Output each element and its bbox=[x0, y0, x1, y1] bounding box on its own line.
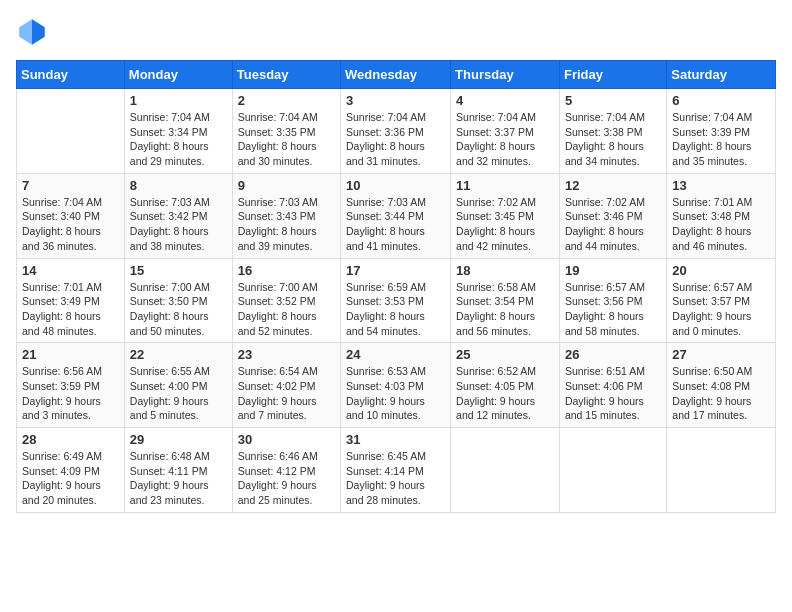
day-info: Sunrise: 6:55 AMSunset: 4:00 PMDaylight:… bbox=[130, 364, 227, 423]
day-info: Sunrise: 7:04 AMSunset: 3:40 PMDaylight:… bbox=[22, 195, 119, 254]
day-number: 26 bbox=[565, 347, 661, 362]
day-number: 17 bbox=[346, 263, 445, 278]
logo bbox=[16, 16, 52, 48]
day-info: Sunrise: 7:04 AMSunset: 3:37 PMDaylight:… bbox=[456, 110, 554, 169]
svg-marker-1 bbox=[19, 19, 32, 45]
calendar-cell: 29Sunrise: 6:48 AMSunset: 4:11 PMDayligh… bbox=[124, 428, 232, 513]
calendar-cell: 27Sunrise: 6:50 AMSunset: 4:08 PMDayligh… bbox=[667, 343, 776, 428]
weekday-header: Monday bbox=[124, 61, 232, 89]
calendar-week-row: 21Sunrise: 6:56 AMSunset: 3:59 PMDayligh… bbox=[17, 343, 776, 428]
day-number: 28 bbox=[22, 432, 119, 447]
day-number: 21 bbox=[22, 347, 119, 362]
day-number: 12 bbox=[565, 178, 661, 193]
calendar-cell: 25Sunrise: 6:52 AMSunset: 4:05 PMDayligh… bbox=[451, 343, 560, 428]
day-info: Sunrise: 7:04 AMSunset: 3:34 PMDaylight:… bbox=[130, 110, 227, 169]
calendar-cell: 8Sunrise: 7:03 AMSunset: 3:42 PMDaylight… bbox=[124, 173, 232, 258]
calendar-week-row: 14Sunrise: 7:01 AMSunset: 3:49 PMDayligh… bbox=[17, 258, 776, 343]
day-number: 23 bbox=[238, 347, 335, 362]
day-number: 31 bbox=[346, 432, 445, 447]
day-number: 29 bbox=[130, 432, 227, 447]
weekday-header: Wednesday bbox=[341, 61, 451, 89]
day-info: Sunrise: 6:51 AMSunset: 4:06 PMDaylight:… bbox=[565, 364, 661, 423]
calendar-cell: 30Sunrise: 6:46 AMSunset: 4:12 PMDayligh… bbox=[232, 428, 340, 513]
weekday-header: Thursday bbox=[451, 61, 560, 89]
calendar-week-row: 1Sunrise: 7:04 AMSunset: 3:34 PMDaylight… bbox=[17, 89, 776, 174]
day-info: Sunrise: 6:57 AMSunset: 3:57 PMDaylight:… bbox=[672, 280, 770, 339]
weekday-header: Tuesday bbox=[232, 61, 340, 89]
day-number: 14 bbox=[22, 263, 119, 278]
day-info: Sunrise: 7:03 AMSunset: 3:44 PMDaylight:… bbox=[346, 195, 445, 254]
day-info: Sunrise: 6:49 AMSunset: 4:09 PMDaylight:… bbox=[22, 449, 119, 508]
calendar-cell: 17Sunrise: 6:59 AMSunset: 3:53 PMDayligh… bbox=[341, 258, 451, 343]
calendar-cell bbox=[559, 428, 666, 513]
day-number: 5 bbox=[565, 93, 661, 108]
day-info: Sunrise: 6:52 AMSunset: 4:05 PMDaylight:… bbox=[456, 364, 554, 423]
day-info: Sunrise: 6:56 AMSunset: 3:59 PMDaylight:… bbox=[22, 364, 119, 423]
day-info: Sunrise: 7:00 AMSunset: 3:52 PMDaylight:… bbox=[238, 280, 335, 339]
calendar-header-row: SundayMondayTuesdayWednesdayThursdayFrid… bbox=[17, 61, 776, 89]
day-number: 3 bbox=[346, 93, 445, 108]
day-info: Sunrise: 6:50 AMSunset: 4:08 PMDaylight:… bbox=[672, 364, 770, 423]
day-info: Sunrise: 6:48 AMSunset: 4:11 PMDaylight:… bbox=[130, 449, 227, 508]
logo-icon bbox=[16, 16, 48, 48]
calendar-cell bbox=[667, 428, 776, 513]
day-number: 6 bbox=[672, 93, 770, 108]
day-number: 20 bbox=[672, 263, 770, 278]
weekday-header: Saturday bbox=[667, 61, 776, 89]
day-number: 9 bbox=[238, 178, 335, 193]
calendar-week-row: 28Sunrise: 6:49 AMSunset: 4:09 PMDayligh… bbox=[17, 428, 776, 513]
calendar-cell: 20Sunrise: 6:57 AMSunset: 3:57 PMDayligh… bbox=[667, 258, 776, 343]
calendar-cell: 10Sunrise: 7:03 AMSunset: 3:44 PMDayligh… bbox=[341, 173, 451, 258]
day-info: Sunrise: 7:01 AMSunset: 3:49 PMDaylight:… bbox=[22, 280, 119, 339]
day-number: 13 bbox=[672, 178, 770, 193]
calendar-cell: 28Sunrise: 6:49 AMSunset: 4:09 PMDayligh… bbox=[17, 428, 125, 513]
page-header bbox=[16, 16, 776, 48]
calendar-cell: 18Sunrise: 6:58 AMSunset: 3:54 PMDayligh… bbox=[451, 258, 560, 343]
day-number: 15 bbox=[130, 263, 227, 278]
day-info: Sunrise: 6:58 AMSunset: 3:54 PMDaylight:… bbox=[456, 280, 554, 339]
calendar-cell: 24Sunrise: 6:53 AMSunset: 4:03 PMDayligh… bbox=[341, 343, 451, 428]
calendar-cell bbox=[451, 428, 560, 513]
day-number: 1 bbox=[130, 93, 227, 108]
day-info: Sunrise: 6:57 AMSunset: 3:56 PMDaylight:… bbox=[565, 280, 661, 339]
calendar-cell: 11Sunrise: 7:02 AMSunset: 3:45 PMDayligh… bbox=[451, 173, 560, 258]
day-info: Sunrise: 6:46 AMSunset: 4:12 PMDaylight:… bbox=[238, 449, 335, 508]
day-info: Sunrise: 7:02 AMSunset: 3:46 PMDaylight:… bbox=[565, 195, 661, 254]
day-number: 18 bbox=[456, 263, 554, 278]
calendar-cell: 15Sunrise: 7:00 AMSunset: 3:50 PMDayligh… bbox=[124, 258, 232, 343]
calendar-cell: 22Sunrise: 6:55 AMSunset: 4:00 PMDayligh… bbox=[124, 343, 232, 428]
calendar-cell: 16Sunrise: 7:00 AMSunset: 3:52 PMDayligh… bbox=[232, 258, 340, 343]
day-number: 22 bbox=[130, 347, 227, 362]
weekday-header: Sunday bbox=[17, 61, 125, 89]
day-info: Sunrise: 7:04 AMSunset: 3:35 PMDaylight:… bbox=[238, 110, 335, 169]
day-number: 24 bbox=[346, 347, 445, 362]
day-number: 16 bbox=[238, 263, 335, 278]
calendar-cell: 21Sunrise: 6:56 AMSunset: 3:59 PMDayligh… bbox=[17, 343, 125, 428]
calendar-cell: 23Sunrise: 6:54 AMSunset: 4:02 PMDayligh… bbox=[232, 343, 340, 428]
calendar-cell: 6Sunrise: 7:04 AMSunset: 3:39 PMDaylight… bbox=[667, 89, 776, 174]
day-info: Sunrise: 7:04 AMSunset: 3:39 PMDaylight:… bbox=[672, 110, 770, 169]
day-info: Sunrise: 7:01 AMSunset: 3:48 PMDaylight:… bbox=[672, 195, 770, 254]
calendar-cell: 3Sunrise: 7:04 AMSunset: 3:36 PMDaylight… bbox=[341, 89, 451, 174]
day-info: Sunrise: 7:03 AMSunset: 3:43 PMDaylight:… bbox=[238, 195, 335, 254]
day-info: Sunrise: 7:04 AMSunset: 3:36 PMDaylight:… bbox=[346, 110, 445, 169]
day-number: 8 bbox=[130, 178, 227, 193]
calendar-cell bbox=[17, 89, 125, 174]
calendar-cell: 14Sunrise: 7:01 AMSunset: 3:49 PMDayligh… bbox=[17, 258, 125, 343]
day-number: 10 bbox=[346, 178, 445, 193]
calendar-cell: 12Sunrise: 7:02 AMSunset: 3:46 PMDayligh… bbox=[559, 173, 666, 258]
day-info: Sunrise: 7:03 AMSunset: 3:42 PMDaylight:… bbox=[130, 195, 227, 254]
calendar-cell: 2Sunrise: 7:04 AMSunset: 3:35 PMDaylight… bbox=[232, 89, 340, 174]
calendar-cell: 4Sunrise: 7:04 AMSunset: 3:37 PMDaylight… bbox=[451, 89, 560, 174]
calendar-cell: 5Sunrise: 7:04 AMSunset: 3:38 PMDaylight… bbox=[559, 89, 666, 174]
calendar-cell: 31Sunrise: 6:45 AMSunset: 4:14 PMDayligh… bbox=[341, 428, 451, 513]
day-number: 7 bbox=[22, 178, 119, 193]
calendar-cell: 7Sunrise: 7:04 AMSunset: 3:40 PMDaylight… bbox=[17, 173, 125, 258]
calendar-table: SundayMondayTuesdayWednesdayThursdayFrid… bbox=[16, 60, 776, 513]
day-number: 2 bbox=[238, 93, 335, 108]
day-info: Sunrise: 6:53 AMSunset: 4:03 PMDaylight:… bbox=[346, 364, 445, 423]
weekday-header: Friday bbox=[559, 61, 666, 89]
day-number: 30 bbox=[238, 432, 335, 447]
day-number: 25 bbox=[456, 347, 554, 362]
calendar-cell: 19Sunrise: 6:57 AMSunset: 3:56 PMDayligh… bbox=[559, 258, 666, 343]
